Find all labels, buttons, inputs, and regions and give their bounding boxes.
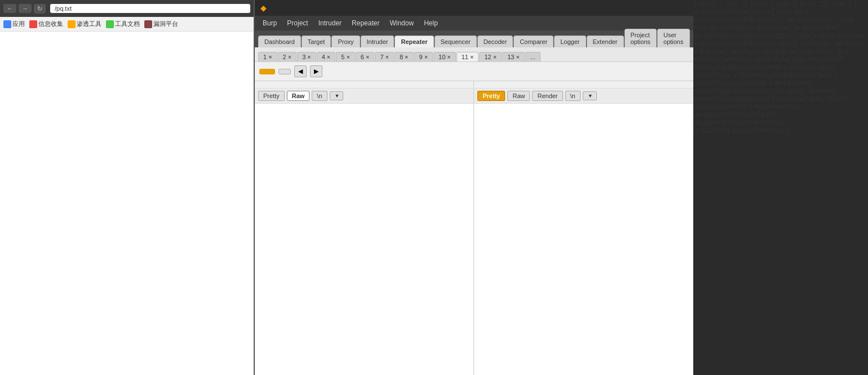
send-button[interactable]: [259, 69, 275, 74]
bookmark-icon-docs: [106, 20, 114, 28]
response-pretty-btn[interactable]: Pretty: [477, 91, 505, 101]
close-tab-6[interactable]: ×: [366, 54, 369, 60]
bookmark-docs[interactable]: 工具文档: [106, 20, 140, 28]
rep-tab-12[interactable]: 12×: [479, 52, 502, 61]
burp-suite-panel: ◆ Burp Project Intruder Repeater Window …: [254, 0, 693, 375]
close-tab-13[interactable]: ×: [516, 54, 519, 60]
request-actions-arrow: ▼: [335, 93, 340, 99]
menu-intruder[interactable]: Intruder: [314, 18, 346, 28]
rep-tab-13[interactable]: 13×: [502, 52, 525, 61]
tab-comparer[interactable]: Comparer: [513, 36, 553, 47]
next-request-button[interactable]: ▶: [310, 65, 322, 77]
browser-content: [0, 32, 254, 375]
close-tab-2[interactable]: ×: [288, 54, 291, 60]
repeater-toolbar: ◀ ▶: [255, 62, 693, 81]
browser-panel: ← → ↻ 应用 信息收集 渗透工具 工具文档 漏洞平台: [0, 0, 254, 375]
response-header: [474, 81, 693, 89]
rep-tab-1[interactable]: 1×: [258, 52, 277, 61]
bookmark-icon-vuln: [144, 20, 152, 28]
close-tab-1[interactable]: ×: [268, 54, 272, 60]
request-response-panels: Pretty Raw \n ▼ Pretty Raw Render \n ▼: [255, 81, 693, 375]
request-toolbar: Pretty Raw \n ▼: [255, 89, 473, 104]
close-tab-11[interactable]: ×: [470, 54, 473, 60]
tab-sequencer[interactable]: Sequencer: [435, 36, 477, 47]
request-actions-dropdown[interactable]: ▼: [330, 91, 344, 100]
burp-titlebar: ◆: [255, 0, 693, 16]
response-render-btn[interactable]: Render: [532, 91, 563, 101]
burp-tabs: Dashboard Target Proxy Intruder Repeater…: [255, 30, 693, 47]
tab-extender-label: Extender: [593, 38, 618, 45]
tab-proxy[interactable]: Proxy: [331, 36, 360, 47]
rep-tab-10[interactable]: 10×: [433, 52, 456, 61]
prev-request-button[interactable]: ◀: [294, 65, 307, 77]
browser-address-bar: ← → ↻: [0, 0, 254, 17]
rep-tab-3[interactable]: 3×: [297, 52, 316, 61]
close-tab-12[interactable]: ×: [493, 54, 497, 60]
tab-decoder-label: Decoder: [484, 38, 507, 45]
request-raw-btn[interactable]: Raw: [287, 91, 310, 101]
rep-tab-11[interactable]: 11×: [457, 52, 479, 61]
address-input[interactable]: [50, 4, 250, 13]
tab-project-options-label: Project options: [631, 32, 650, 45]
bookmark-label: 漏洞平台: [153, 20, 178, 28]
tab-intruder[interactable]: Intruder: [361, 36, 395, 47]
close-tab-8[interactable]: ×: [405, 54, 408, 60]
request-newline-btn[interactable]: \n: [312, 91, 327, 101]
bookmark-info[interactable]: 信息收集: [29, 20, 63, 28]
forward-button[interactable]: →: [19, 4, 32, 13]
menu-window[interactable]: Window: [385, 18, 418, 28]
rep-tab-4[interactable]: 4×: [317, 52, 336, 61]
tab-dashboard[interactable]: Dashboard: [258, 36, 301, 47]
refresh-button[interactable]: ↻: [34, 4, 46, 14]
repeater-tab-bar: 1× 2× 3× 4× 5× 6× 7× 8× 9× 10× 11× 12× 1…: [255, 47, 693, 62]
bookmark-label: 渗透工具: [77, 20, 101, 28]
tab-extender[interactable]: Extender: [587, 36, 624, 47]
tab-sequencer-label: Sequencer: [441, 38, 471, 45]
menu-help[interactable]: Help: [419, 18, 442, 28]
request-header: [255, 81, 473, 89]
rep-tab-9[interactable]: 9×: [414, 52, 433, 61]
menu-project[interactable]: Project: [282, 18, 312, 28]
bookmark-label: 应用: [12, 20, 25, 28]
bookmark-label: 信息收集: [38, 20, 63, 28]
tab-user-options[interactable]: User options: [657, 29, 689, 47]
bookmark-icon-apps: [3, 20, 11, 28]
close-tab-10[interactable]: ×: [447, 54, 450, 60]
tab-logger[interactable]: Logger: [554, 36, 586, 47]
tab-target[interactable]: Target: [302, 36, 331, 47]
tab-repeater[interactable]: Repeater: [395, 36, 433, 47]
rep-tab-more[interactable]: ...: [525, 52, 541, 61]
bookmark-vuln[interactable]: 漏洞平台: [144, 20, 178, 28]
bookmark-icon-tools: [68, 20, 76, 28]
tab-dashboard-label: Dashboard: [264, 38, 295, 45]
request-content[interactable]: [255, 104, 473, 375]
bookmark-apps[interactable]: 应用: [3, 20, 25, 28]
rep-tab-5[interactable]: 5×: [336, 52, 355, 61]
rep-tab-7[interactable]: 7×: [375, 52, 394, 61]
tab-proxy-label: Proxy: [338, 38, 353, 45]
back-button[interactable]: ←: [3, 4, 16, 13]
response-content[interactable]: [474, 104, 693, 375]
cancel-button[interactable]: [278, 69, 291, 74]
response-pane: Pretty Raw Render \n ▼: [474, 81, 693, 375]
response-actions-dropdown[interactable]: ▼: [583, 91, 597, 100]
rep-tab-6[interactable]: 6×: [356, 52, 375, 61]
response-newline-btn[interactable]: \n: [565, 91, 581, 101]
close-tab-3[interactable]: ×: [307, 54, 311, 60]
menu-repeater[interactable]: Repeater: [347, 18, 384, 28]
request-pretty-btn[interactable]: Pretty: [258, 91, 285, 101]
tab-project-options[interactable]: Project options: [625, 29, 657, 47]
close-tab-4[interactable]: ×: [327, 54, 330, 60]
bookmark-tools[interactable]: 渗透工具: [68, 20, 101, 28]
tab-logger-label: Logger: [560, 38, 579, 45]
menu-burp[interactable]: Burp: [258, 18, 281, 28]
rep-tab-2[interactable]: 2×: [278, 52, 297, 61]
rep-tab-8[interactable]: 8×: [395, 52, 414, 61]
close-tab-7[interactable]: ×: [386, 54, 389, 60]
close-tab-9[interactable]: ×: [424, 54, 428, 60]
response-raw-btn[interactable]: Raw: [507, 91, 530, 101]
bookmark-icon-info: [29, 20, 37, 28]
close-tab-5[interactable]: ×: [346, 54, 349, 60]
tab-decoder[interactable]: Decoder: [477, 36, 513, 47]
response-actions-arrow: ▼: [588, 93, 593, 99]
